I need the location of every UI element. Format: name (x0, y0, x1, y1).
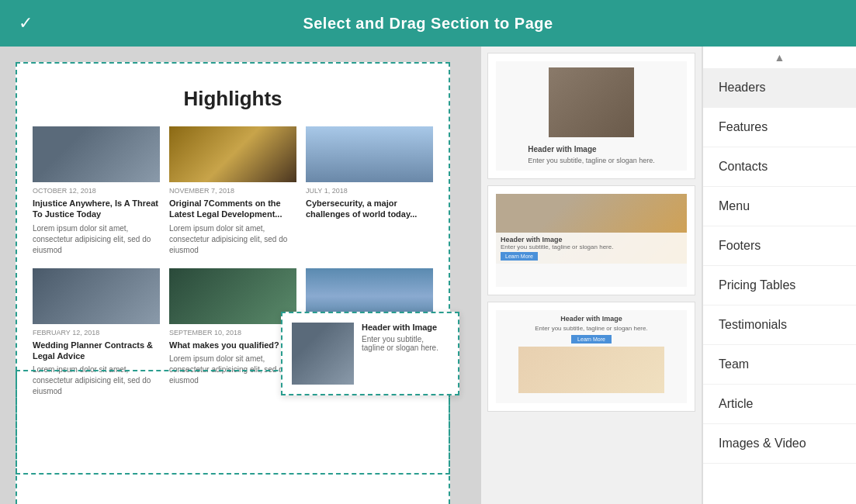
section-thumbnail[interactable]: Header with Image Enter you subtitle, ta… (487, 53, 695, 179)
blog-date: JULY 1, 2018 (306, 187, 433, 195)
nav-item-pricing-tables[interactable]: Pricing Tables (703, 266, 856, 306)
nav-item-features[interactable]: Features (703, 108, 856, 147)
nav-item-testimonials[interactable]: Testimonials (703, 306, 856, 345)
nav-item-contacts[interactable]: Contacts (703, 147, 856, 187)
blog-date: NOVEMBER 7, 2018 (169, 187, 296, 195)
thumb-content-2: Header with Image Enter you subtitle, ta… (496, 194, 687, 287)
blog-card-image (169, 268, 296, 324)
nav-item-images-video[interactable]: Images & Video (703, 424, 856, 464)
top-bar-title: Select and Drag Section to Page (303, 15, 553, 33)
blog-card: OCTOBER 12, 2018 Injustice Anywhere, Is … (33, 126, 160, 256)
blog-excerpt: Lorem ipsum dolor sit amet, consectetur … (169, 354, 296, 386)
blog-card-image (33, 268, 160, 324)
thumb-image-1 (549, 67, 634, 137)
thumb-title-3: Header with Image (501, 315, 682, 323)
blog-headline: Injustice Anywhere, Is A Threat To Justi… (33, 198, 160, 220)
thumb-title-1: Header with Image (528, 145, 655, 154)
blog-date: SEPTEMBER 10, 2018 (169, 329, 296, 337)
blog-card: NOVEMBER 7, 2018 Original 7Comments on t… (169, 126, 296, 256)
nav-item-menu[interactable]: Menu (703, 187, 856, 226)
thumb-3-layout: Header with Image Enter you subtitle, ta… (496, 310, 687, 398)
nav-item-team[interactable]: Team (703, 345, 856, 385)
thumb-content-1: Header with Image Enter you subtitle, ta… (496, 61, 687, 171)
thumb-text-1: Header with Image Enter you subtitle, ta… (528, 145, 655, 164)
blog-headline: Cybersecurity, a major challenges of wor… (306, 198, 433, 220)
thumb-image-3 (518, 347, 664, 393)
blog-headline: Wedding Planner Contracts & Legal Advice (33, 340, 160, 362)
thumb-overlay-2: Header with Image Enter you subtitle, ta… (496, 233, 687, 264)
thumb-content-3: Header with Image Enter you subtitle, ta… (496, 310, 687, 403)
scroll-up-arrow[interactable]: ▲ (703, 47, 856, 68)
check-icon[interactable]: ✓ (19, 13, 33, 33)
nav-item-headers[interactable]: Headers (703, 68, 856, 108)
blog-date: FEBRUARY 12, 2018 (33, 329, 160, 337)
drag-preview-subtitle: Enter you subtitle, tagline or slogan he… (362, 335, 449, 352)
blog-card-image (306, 126, 433, 182)
page-preview: Highlights OCTOBER 12, 2018 Injustice An… (16, 62, 450, 504)
blog-grid-row-1: OCTOBER 12, 2018 Injustice Anywhere, Is … (33, 126, 433, 256)
blog-excerpt: Lorem ipsum dolor sit amet, consectetur … (169, 223, 296, 256)
blog-card-image (33, 126, 160, 182)
blog-date: OCTOBER 12, 2018 (33, 187, 160, 195)
middle-panel: Header with Image Enter you subtitle, ta… (481, 47, 702, 504)
thumb-sub-3: Enter you subtitle, tagline or slogan he… (501, 325, 682, 332)
nav-item-footers[interactable]: Footers (703, 226, 856, 266)
blog-excerpt: Lorem ipsum dolor sit amet, consectetur … (33, 364, 160, 397)
drag-preview-card[interactable]: Header with Image Enter you subtitle, ta… (281, 312, 459, 395)
thumb-btn-2[interactable]: Learn More (501, 252, 538, 261)
right-panel: ▲ Headers Features Contacts Menu Footers… (702, 47, 856, 504)
thumb-sub-1: Enter you subtitle, tagline or slogan he… (528, 157, 655, 164)
main-content: Highlights OCTOBER 12, 2018 Injustice An… (0, 47, 856, 504)
nav-item-article[interactable]: Article (703, 385, 856, 424)
thumb-title-2: Header with Image (501, 236, 682, 243)
left-panel: Highlights OCTOBER 12, 2018 Injustice An… (0, 47, 481, 504)
blog-excerpt: Lorem ipsum dolor sit amet, consectetur … (33, 223, 160, 256)
section-thumbnail[interactable]: Header with Image Enter you subtitle, ta… (487, 302, 695, 412)
blog-card: SEPTEMBER 10, 2018 What makes you qualif… (169, 268, 296, 398)
drag-preview-title: Header with Image (362, 323, 449, 332)
blog-headline: What makes you qualified? (169, 340, 296, 350)
thumb-btn-3[interactable]: Learn More (571, 335, 612, 343)
blog-card: JULY 1, 2018 Cybersecurity, a major chal… (306, 126, 433, 256)
thumb-sub-2: Enter you subtitle, tagline or slogan he… (501, 243, 682, 250)
blog-headline: Original 7Comments on the Latest Legal D… (169, 198, 296, 220)
top-bar: ✓ Select and Drag Section to Page (0, 0, 856, 47)
drag-preview-image (292, 323, 354, 385)
thumb-2-layout: Header with Image Enter you subtitle, ta… (496, 194, 687, 264)
page-title: Highlights (33, 87, 433, 111)
drag-preview-content: Header with Image Enter you subtitle, ta… (362, 323, 449, 385)
blog-card: FEBRUARY 12, 2018 Wedding Planner Contra… (33, 268, 160, 398)
blog-card-image (169, 126, 296, 182)
section-thumbnail[interactable]: Header with Image Enter you subtitle, ta… (487, 185, 695, 295)
